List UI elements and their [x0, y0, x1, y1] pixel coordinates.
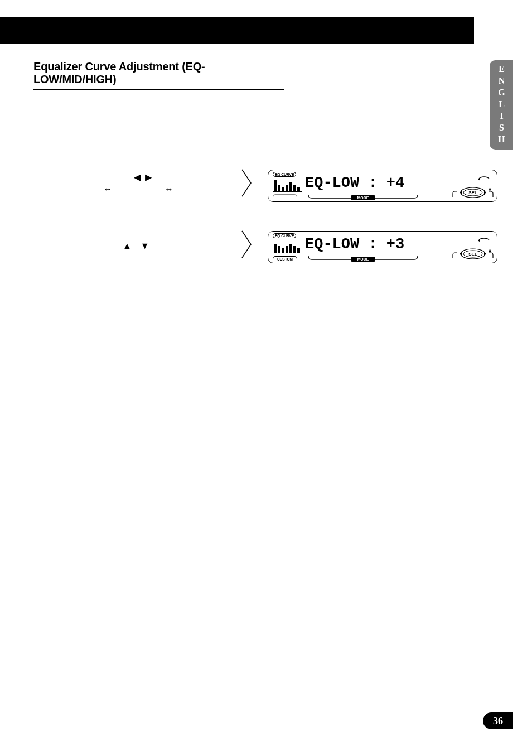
up-down-arrows-icon: ▲ ▼: [123, 241, 153, 251]
eq-curve-tab-label: EQ CURVE: [273, 233, 296, 238]
mini-eq-graph-icon: [274, 239, 301, 253]
svg-text:MODE: MODE: [357, 257, 369, 261]
double-arrow-right-icon: ↔: [165, 184, 173, 194]
section-heading: Equalizer Curve Adjustment (EQ-LOW/MID/H…: [33, 60, 284, 90]
eq-curve-tab-label: EQ CURVE: [273, 172, 296, 177]
double-arrow-left-icon: ↔: [103, 184, 112, 194]
bottom-left-tab: CUSTOM: [273, 256, 297, 262]
language-label: ENGLISH: [496, 64, 506, 146]
step-2-row: ▲ ▼ EQ CURVE CUSTOM EQ-LOW : +3 MODE: [33, 229, 480, 268]
lcd-main-text: EQ-LOW : +3: [305, 236, 404, 253]
svg-text:SEL: SEL: [468, 252, 477, 257]
svg-text:MODE: MODE: [357, 196, 369, 200]
step-1-row: ◀ ▶ ↔ ↔ EQ CURVE EQ-LOW : +4 MODE: [33, 167, 480, 206]
repeat-icon: [477, 175, 491, 185]
top-black-bar: [0, 17, 474, 44]
svg-text:A: A: [489, 187, 491, 191]
svg-text:SEL: SEL: [468, 190, 477, 195]
language-tab: ENGLISH: [490, 60, 513, 150]
mode-bracket: MODE: [307, 194, 419, 199]
lcd-main-text: EQ-LOW : +4: [305, 175, 404, 191]
repeat-icon: [477, 236, 491, 246]
chevron-right-icon: [240, 167, 254, 199]
bottom-left-tab: [273, 194, 297, 200]
mode-bracket: MODE: [307, 255, 419, 261]
left-right-arrows-icon: ◀ ▶: [134, 172, 153, 182]
sel-button-icon: A SEL: [452, 247, 493, 258]
lcd-display-step1: EQ CURVE EQ-LOW : +4 MODE: [268, 170, 497, 202]
chevron-right-icon: [240, 229, 254, 260]
mini-eq-graph-icon: [274, 178, 301, 191]
page-number: 36: [483, 712, 513, 729]
lcd-display-step2: EQ CURVE CUSTOM EQ-LOW : +3 MODE: [268, 231, 497, 263]
svg-text:A: A: [489, 249, 491, 253]
sel-button-icon: A SEL: [452, 186, 493, 197]
